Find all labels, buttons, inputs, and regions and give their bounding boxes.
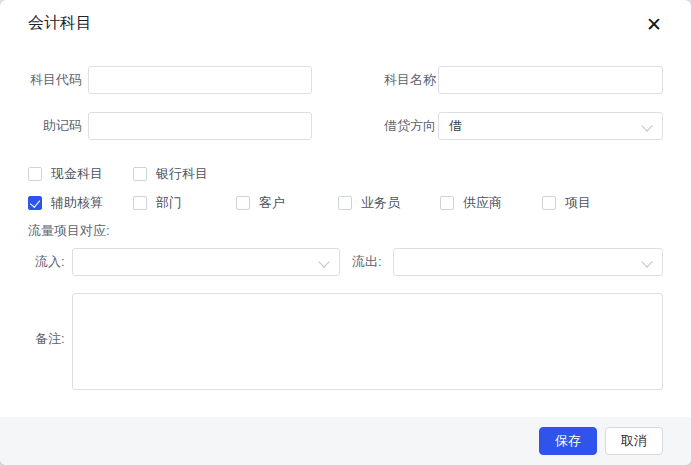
checkbox-icon bbox=[440, 196, 454, 210]
chevron-down-icon bbox=[641, 120, 652, 131]
checkbox-icon bbox=[133, 167, 147, 181]
remark-textarea[interactable] bbox=[72, 293, 663, 390]
inflow-label: 流入: bbox=[35, 248, 65, 276]
direction-select[interactable]: 借 bbox=[438, 112, 663, 140]
checkbox-label: 业务员 bbox=[361, 194, 400, 212]
direction-label: 借贷方向 bbox=[384, 112, 436, 140]
checkbox-label: 银行科目 bbox=[156, 165, 208, 183]
subject-name-input[interactable] bbox=[438, 66, 663, 94]
checkbox-salesperson[interactable]: 业务员 bbox=[338, 195, 400, 211]
cancel-button[interactable]: 取消 bbox=[605, 427, 663, 455]
checkbox-cash-subject[interactable]: 现金科目 bbox=[28, 166, 103, 182]
close-icon[interactable]: ✕ bbox=[641, 12, 667, 38]
subject-code-input[interactable] bbox=[88, 66, 312, 94]
account-subject-dialog: 会计科目 ✕ 科目代码 科目名称 助记码 借贷方向 借 现金科目 银行科目 辅助… bbox=[0, 0, 691, 465]
checkbox-icon bbox=[236, 196, 250, 210]
flow-section-heading: 流量项目对应: bbox=[28, 222, 110, 240]
checkbox-label: 项目 bbox=[565, 194, 591, 212]
checkbox-icon bbox=[28, 196, 42, 210]
checkbox-customer[interactable]: 客户 bbox=[236, 195, 285, 211]
checkbox-icon bbox=[338, 196, 352, 210]
save-button[interactable]: 保存 bbox=[539, 427, 597, 455]
checkbox-icon bbox=[28, 167, 42, 181]
dialog-footer: 保存 取消 bbox=[0, 417, 691, 465]
remark-label: 备注: bbox=[35, 325, 65, 353]
checkbox-label: 现金科目 bbox=[51, 165, 103, 183]
checkbox-label: 部门 bbox=[156, 194, 182, 212]
subject-code-label: 科目代码 bbox=[20, 66, 82, 94]
mnemonic-code-input[interactable] bbox=[88, 112, 312, 140]
checkbox-bank-subject[interactable]: 银行科目 bbox=[133, 166, 208, 182]
inflow-select[interactable] bbox=[72, 248, 340, 276]
mnemonic-code-label: 助记码 bbox=[20, 112, 82, 140]
checkbox-label: 客户 bbox=[259, 194, 285, 212]
checkbox-icon bbox=[542, 196, 556, 210]
chevron-down-icon bbox=[318, 256, 329, 267]
outflow-label: 流出: bbox=[352, 248, 382, 276]
dialog-title: 会计科目 bbox=[28, 13, 92, 34]
checkbox-auxiliary-accounting[interactable]: 辅助核算 bbox=[28, 195, 103, 211]
checkbox-label: 辅助核算 bbox=[51, 194, 103, 212]
checkbox-supplier[interactable]: 供应商 bbox=[440, 195, 502, 211]
direction-select-value: 借 bbox=[449, 118, 462, 133]
outflow-select[interactable] bbox=[393, 248, 663, 276]
subject-name-label: 科目名称 bbox=[384, 66, 436, 94]
checkbox-icon bbox=[133, 196, 147, 210]
checkbox-department[interactable]: 部门 bbox=[133, 195, 182, 211]
checkbox-project[interactable]: 项目 bbox=[542, 195, 591, 211]
checkbox-label: 供应商 bbox=[463, 194, 502, 212]
chevron-down-icon bbox=[641, 256, 652, 267]
